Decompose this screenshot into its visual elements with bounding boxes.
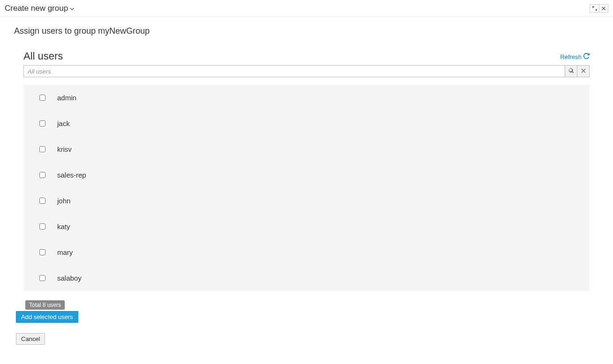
maximize-button[interactable]: [590, 4, 599, 13]
clear-search-button[interactable]: [577, 65, 590, 77]
user-name-label: admin: [57, 94, 76, 102]
list-item: katy: [23, 214, 590, 239]
refresh-icon: [583, 53, 590, 60]
search-button[interactable]: [565, 65, 577, 77]
modal-controls: [590, 4, 608, 13]
section-title: All users: [23, 50, 63, 62]
list-item: salaboy: [23, 265, 590, 291]
user-checkbox[interactable]: [39, 223, 45, 230]
modal-content: Assign users to group myNewGroup All use…: [0, 17, 613, 349]
list-item: john: [23, 188, 590, 214]
search-input[interactable]: [23, 65, 565, 77]
user-name-label: krisv: [57, 145, 72, 153]
user-checkbox[interactable]: [39, 95, 45, 101]
add-selected-users-button[interactable]: Add selected users: [16, 311, 78, 323]
user-name-label: salaboy: [57, 274, 82, 282]
list-item: admin: [23, 85, 590, 111]
user-checkbox[interactable]: [39, 198, 45, 204]
list-item: jack: [23, 111, 590, 136]
user-checkbox[interactable]: [39, 146, 45, 152]
close-button[interactable]: [599, 4, 608, 13]
page-subtitle: Assign users to group myNewGroup: [14, 26, 599, 36]
search-icon: [568, 68, 574, 75]
user-checkbox[interactable]: [39, 249, 45, 255]
user-checkbox[interactable]: [39, 172, 45, 178]
modal-title-text: Create new group: [5, 4, 68, 13]
user-name-label: sales-rep: [57, 171, 86, 179]
user-checkbox[interactable]: [39, 275, 45, 281]
user-name-label: mary: [57, 248, 73, 256]
refresh-label: Refresh: [560, 53, 582, 60]
close-icon: [581, 68, 586, 75]
chevron-down-icon: [70, 6, 74, 12]
list-item: krisv: [23, 136, 590, 162]
modal-header: Create new group: [0, 0, 613, 17]
list-item: mary: [23, 239, 590, 265]
cancel-button[interactable]: Cancel: [16, 333, 45, 345]
modal-title[interactable]: Create new group: [5, 4, 74, 13]
list-item: sales-rep: [23, 162, 590, 188]
user-list: admin jack krisv sales-rep john katy: [23, 85, 590, 291]
search-row: [23, 65, 590, 77]
user-name-label: john: [57, 197, 70, 205]
refresh-link[interactable]: Refresh: [560, 53, 590, 60]
user-name-label: katy: [57, 223, 70, 230]
user-checkbox[interactable]: [39, 120, 45, 126]
total-users-badge: Total 8 users: [25, 300, 65, 310]
user-name-label: jack: [57, 119, 70, 127]
